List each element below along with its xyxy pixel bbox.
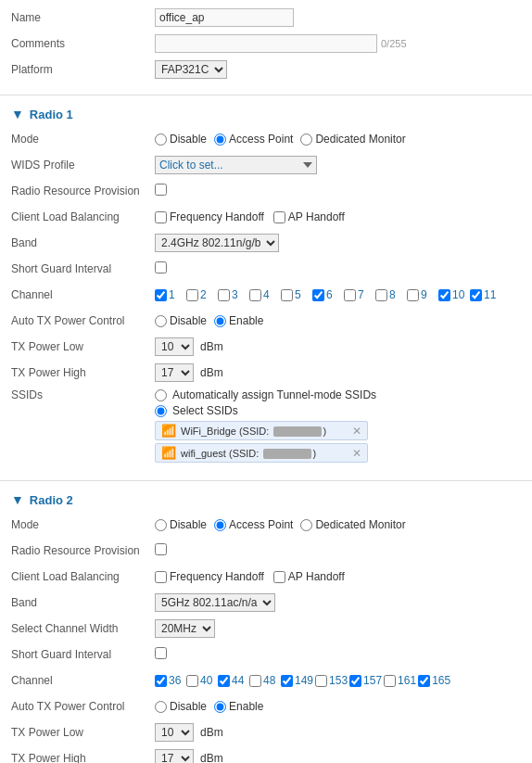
radio2-rr-checkbox[interactable] <box>155 543 167 555</box>
radio1-txlow-unit: dBm <box>200 340 223 353</box>
name-input[interactable] <box>155 8 294 27</box>
radio1-ssid-wifi-bridge-icon: 📶 <box>161 424 176 438</box>
radio1-autotx-enable[interactable] <box>214 315 226 327</box>
radio1-wids-select[interactable]: Click to set... <box>155 156 317 174</box>
radio1-mode-ap[interactable] <box>214 134 226 146</box>
radio2-txhigh-label: TX Power High <box>11 752 155 763</box>
radio2-chwidth-select[interactable]: 20MHz <box>155 619 215 638</box>
radio1-ap-handoff-checkbox[interactable] <box>273 211 285 223</box>
radio2-ch48-label: 48 <box>263 674 275 687</box>
radio2-title: Radio 2 <box>30 493 73 507</box>
radio1-mode-ap-label: Access Point <box>229 133 293 146</box>
radio1-mode-group: Disable Access Point Dedicated Monitor <box>155 133 521 146</box>
radio1-rr-checkbox[interactable] <box>155 184 167 196</box>
radio1-ch9[interactable] <box>407 289 419 301</box>
radio1-ch8[interactable] <box>375 289 387 301</box>
radio1-freq-handoff-checkbox[interactable] <box>155 211 167 223</box>
radio2-mode-monitor[interactable] <box>300 519 312 531</box>
radio1-ch1[interactable] <box>155 289 167 301</box>
radio1-autotx-label: Auto TX Power Control <box>11 314 155 327</box>
radio1-txlow-select[interactable]: 10 <box>155 337 194 356</box>
radio2-autotx-enable-label: Enable <box>229 700 263 713</box>
radio2-autotx-label: Auto TX Power Control <box>11 700 155 713</box>
radio1-txlow-label: TX Power Low <box>11 340 155 353</box>
radio2-mode-ap[interactable] <box>214 519 226 531</box>
name-label: Name <box>11 11 155 24</box>
radio2-mode-monitor-label: Dedicated Monitor <box>315 518 405 531</box>
radio2-ch36[interactable] <box>155 675 167 687</box>
radio1-autotx-disable[interactable] <box>155 315 167 327</box>
radio2-channel-label: Channel <box>11 674 155 687</box>
radio2-mode-group: Disable Access Point Dedicated Monitor <box>155 518 521 531</box>
radio2-ch48[interactable] <box>249 675 261 687</box>
radio2-sgi-label: Short Guard Interval <box>11 648 155 661</box>
radio2-sgi-checkbox[interactable] <box>155 647 167 659</box>
radio2-ch149[interactable] <box>281 675 293 687</box>
radio2-ch165[interactable] <box>418 675 430 687</box>
radio2-ch40[interactable] <box>186 675 198 687</box>
radio1-autotx-disable-label: Disable <box>170 314 207 327</box>
radio1-band-select[interactable]: 2.4GHz 802.11n/g/b <box>155 234 279 252</box>
radio2-header[interactable]: ▼ Radio 2 <box>0 487 532 513</box>
radio1-mode-monitor[interactable] <box>300 134 312 146</box>
radio2-body: Mode Disable Access Point Dedicated Moni… <box>0 513 532 763</box>
radio1-ch2[interactable] <box>186 289 198 301</box>
radio1-rr-label: Radio Resource Provision <box>11 184 155 197</box>
radio1-ap-handoff-label: AP Handoff <box>288 210 345 223</box>
platform-label: Platform <box>11 63 155 76</box>
radio2-mode-disable[interactable] <box>155 519 167 531</box>
radio2-autotx-disable[interactable] <box>155 701 167 713</box>
radio1-ch7[interactable] <box>344 289 356 301</box>
radio2-mode-disable-label: Disable <box>170 518 207 531</box>
radio1-clb-label: Client Load Balancing <box>11 210 155 223</box>
comments-label: Comments <box>11 37 155 50</box>
radio2-ch40-label: 40 <box>200 674 212 687</box>
radio2-ch153[interactable] <box>315 675 327 687</box>
radio2-ch161[interactable] <box>384 675 396 687</box>
radio1-band-label: Band <box>11 236 155 249</box>
radio2-txlow-select[interactable]: 10 <box>155 723 194 742</box>
radio1-ch6[interactable] <box>312 289 324 301</box>
radio1-mode-disable[interactable] <box>155 134 167 146</box>
radio1-ch11-label: 11 <box>484 288 496 301</box>
radio2-ch44[interactable] <box>218 675 230 687</box>
radio1-ch4[interactable] <box>249 289 261 301</box>
radio2-ch44-label: 44 <box>232 674 244 687</box>
radio1-txhigh-select[interactable]: 17 <box>155 363 194 382</box>
radio1-ssid-auto-label: Automatically assign Tunnel-mode SSIDs <box>172 388 376 401</box>
radio2-ch153-label: 153 <box>329 674 348 687</box>
radio1-ssids-block: Automatically assign Tunnel-mode SSIDs S… <box>155 388 521 465</box>
radio1-header[interactable]: ▼ Radio 1 <box>0 101 532 127</box>
radio1-ssid-wifi-guest-close[interactable]: ✕ <box>352 447 361 460</box>
radio1-ch11[interactable] <box>470 289 482 301</box>
radio1-sgi-checkbox[interactable] <box>155 261 167 273</box>
radio1-ch3[interactable] <box>218 289 230 301</box>
radio1-txhigh-unit: dBm <box>200 366 223 379</box>
radio1-arrow: ▼ <box>11 107 24 121</box>
platform-select[interactable]: FAP321C <box>155 60 227 79</box>
radio2-txhigh-select[interactable]: 17 <box>155 749 194 763</box>
radio2-freq-handoff-checkbox[interactable] <box>155 571 167 583</box>
comments-input[interactable] <box>155 34 377 53</box>
radio2-clb-label: Client Load Balancing <box>11 570 155 583</box>
radio1-autotx-enable-label: Enable <box>229 314 263 327</box>
radio1-ssid-wifi-bridge-close[interactable]: ✕ <box>352 425 361 438</box>
radio2-autotx-group: Disable Enable <box>155 700 521 713</box>
radio1-ssid-wifi-bridge: 📶 WiFi_Bridge (SSID: ) ✕ <box>155 421 368 440</box>
radio1-ch10[interactable] <box>438 289 450 301</box>
radio2-mode-label: Mode <box>11 518 155 531</box>
radio1-body: Mode Disable Access Point Dedicated Moni… <box>0 127 532 475</box>
radio1-ssids-label: SSIDs <box>11 388 155 401</box>
radio1-ch5[interactable] <box>281 289 293 301</box>
radio2-ap-handoff-checkbox[interactable] <box>273 571 285 583</box>
radio2-ch157[interactable] <box>349 675 361 687</box>
radio2-autotx-enable[interactable] <box>214 701 226 713</box>
radio1-ssid-wifi-guest-blurred <box>263 449 310 459</box>
radio1-mode-monitor-label: Dedicated Monitor <box>315 133 405 146</box>
radio1-ssid-select-radio[interactable] <box>155 405 167 417</box>
radio1-ssid-wifi-guest-icon: 📶 <box>161 446 176 460</box>
radio1-ssid-wifi-bridge-text: WiFi_Bridge (SSID: ) <box>181 426 348 437</box>
radio1-ssid-auto-radio[interactable] <box>155 389 167 401</box>
radio1-ssid-wifi-guest-text: wifi_guest (SSID: ) <box>181 448 348 459</box>
radio2-band-select[interactable]: 5GHz 802.11ac/n/a <box>155 593 275 612</box>
